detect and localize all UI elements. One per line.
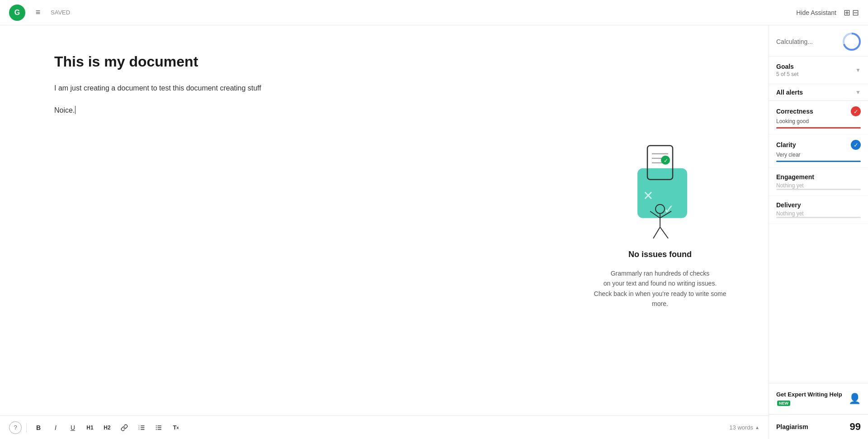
h1-button[interactable]: H1 bbox=[83, 420, 97, 435]
no-issues-title: No issues found bbox=[628, 250, 692, 259]
h2-button[interactable]: H2 bbox=[100, 420, 114, 435]
delivery-bar bbox=[776, 217, 861, 218]
svg-text:3: 3 bbox=[138, 428, 140, 430]
calculating-label: Calculating... bbox=[776, 38, 813, 45]
editor-area: This is my document I am just creating a… bbox=[0, 25, 769, 439]
ordered-list-button[interactable]: 1 2 3 bbox=[134, 420, 149, 435]
plagiarism-label: Plagiarism bbox=[776, 423, 808, 430]
delivery-subtitle: Nothing yet bbox=[776, 210, 861, 217]
delivery-header: Delivery bbox=[776, 201, 861, 209]
new-badge: NEW bbox=[777, 401, 790, 406]
all-alerts-section[interactable]: All alerts ▼ bbox=[769, 84, 868, 101]
word-count-arrow-icon: ▲ bbox=[755, 425, 760, 430]
view-toggle: ⊞ ⊟ bbox=[844, 8, 859, 18]
no-issues-description: Grammarly ran hundreds of checks on your… bbox=[588, 268, 732, 309]
expert-writing-section[interactable]: Get Expert Writing Help NEW 👤 bbox=[769, 383, 868, 414]
clarity-check-icon: ✓ bbox=[851, 140, 861, 150]
underline-button[interactable]: U bbox=[66, 420, 80, 435]
clarity-bar bbox=[776, 161, 861, 162]
svg-text:✓: ✓ bbox=[664, 202, 674, 216]
delivery-title: Delivery bbox=[776, 201, 801, 209]
toolbar-separator-1 bbox=[26, 423, 27, 432]
expert-title: Get Expert Writing Help NEW bbox=[776, 391, 844, 407]
bold-button[interactable]: B bbox=[31, 420, 46, 435]
svg-text:✓: ✓ bbox=[664, 157, 668, 164]
hamburger-button[interactable]: ≡ bbox=[31, 5, 45, 20]
svg-line-14 bbox=[660, 227, 668, 239]
grammarly-logo: G bbox=[9, 5, 25, 21]
document-paragraph: I am just creating a document to test th… bbox=[54, 82, 714, 94]
goals-subtitle: 5 of 5 set bbox=[776, 71, 798, 77]
hide-assistant-button[interactable]: Hide Assistant bbox=[796, 9, 836, 16]
all-alerts-label: All alerts bbox=[776, 89, 803, 96]
expert-person-icon: 👤 bbox=[849, 393, 861, 405]
goals-title: Goals bbox=[776, 63, 798, 70]
clarity-subtitle: Very clear bbox=[776, 152, 861, 158]
engagement-title: Engagement bbox=[776, 173, 814, 181]
svg-point-26 bbox=[156, 429, 157, 430]
clarity-title: Clarity bbox=[776, 141, 796, 148]
clear-format-button[interactable]: Tx bbox=[169, 420, 183, 435]
correctness-title: Correctness bbox=[776, 108, 813, 115]
correctness-header: Correctness ✓ bbox=[776, 106, 861, 116]
italic-button[interactable]: I bbox=[48, 420, 63, 435]
plagiarism-section[interactable]: Plagiarism 99 bbox=[769, 414, 868, 439]
chevron-down-icon: ▼ bbox=[855, 67, 861, 73]
engagement-bar bbox=[776, 189, 861, 190]
engagement-subtitle: Nothing yet bbox=[776, 182, 861, 189]
svg-line-13 bbox=[653, 227, 660, 239]
all-alerts-chevron-icon: ▼ bbox=[855, 89, 861, 95]
engagement-item[interactable]: Engagement Nothing yet bbox=[769, 168, 868, 196]
score-spinner bbox=[843, 33, 861, 51]
correctness-item[interactable]: Correctness ✓ Looking good bbox=[769, 101, 868, 134]
word-count-text: 13 words bbox=[729, 424, 753, 431]
top-bar-left: G ≡ SAVED bbox=[9, 5, 70, 21]
engagement-header: Engagement bbox=[776, 173, 861, 181]
toolbar-left: ? B I U H1 H2 bbox=[9, 420, 183, 435]
help-button[interactable]: ? bbox=[9, 421, 22, 434]
clarity-item[interactable]: Clarity ✓ Very clear bbox=[769, 134, 868, 168]
document-noice: Noice. bbox=[54, 105, 714, 116]
link-button[interactable] bbox=[117, 420, 132, 435]
right-sidebar: Calculating... Goals 5 of 5 set ▼ All al… bbox=[769, 25, 868, 439]
svg-text:✕: ✕ bbox=[643, 189, 653, 203]
goals-section[interactable]: Goals 5 of 5 set ▼ bbox=[769, 57, 868, 84]
editor-toolbar: ? B I U H1 H2 bbox=[0, 415, 769, 439]
svg-point-25 bbox=[156, 427, 157, 428]
score-section: Calculating... bbox=[769, 25, 868, 57]
correctness-bar bbox=[776, 127, 861, 129]
saved-label: SAVED bbox=[51, 9, 70, 16]
correctness-check-icon: ✓ bbox=[851, 106, 861, 116]
illustration-container: ✕ ✓ ✓ bbox=[588, 132, 732, 309]
clarity-header: Clarity ✓ bbox=[776, 140, 861, 150]
svg-point-24 bbox=[156, 425, 157, 426]
goals-info: Goals 5 of 5 set bbox=[776, 63, 798, 77]
correctness-subtitle: Looking good bbox=[776, 118, 861, 124]
text-cursor bbox=[75, 106, 75, 114]
no-issues-illustration: ✕ ✓ ✓ bbox=[615, 132, 705, 241]
top-bar: G ≡ SAVED Hide Assistant ⊞ ⊟ bbox=[0, 0, 868, 25]
word-count[interactable]: 13 words ▲ bbox=[729, 424, 760, 431]
top-bar-right: Hide Assistant ⊞ ⊟ bbox=[796, 8, 859, 18]
document-title: This is my document bbox=[54, 52, 714, 72]
view-toggle-icon-2[interactable]: ⊟ bbox=[852, 8, 859, 18]
expert-text-block: Get Expert Writing Help NEW bbox=[776, 391, 844, 407]
main-layout: This is my document I am just creating a… bbox=[0, 25, 868, 439]
editor-content[interactable]: This is my document I am just creating a… bbox=[0, 25, 769, 415]
view-toggle-icon[interactable]: ⊞ bbox=[844, 8, 850, 18]
plagiarism-score: 99 bbox=[850, 421, 861, 433]
unordered-list-button[interactable] bbox=[151, 420, 166, 435]
sidebar-bottom: Get Expert Writing Help NEW 👤 Plagiarism… bbox=[769, 383, 868, 439]
delivery-item[interactable]: Delivery Nothing yet bbox=[769, 196, 868, 224]
